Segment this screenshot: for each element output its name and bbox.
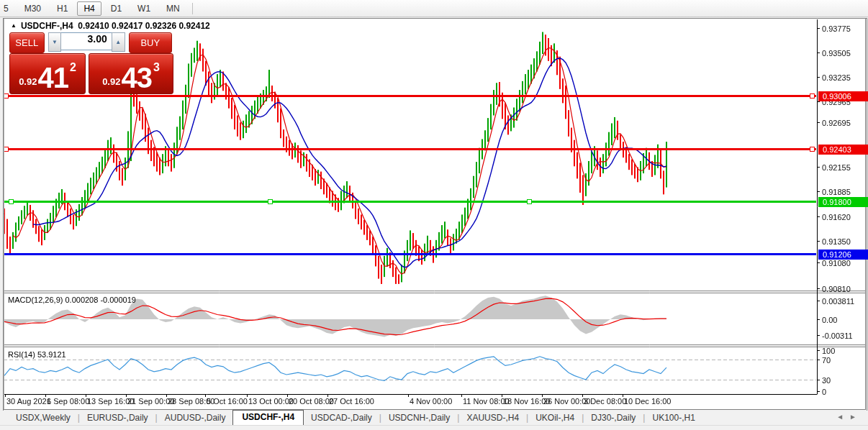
status-strip [0, 425, 868, 430]
timeframe-button-h4[interactable]: H4 [77, 1, 101, 16]
time-axis-label: 20 Oct 08:00 [289, 397, 334, 406]
timeframe-button-h1[interactable]: H1 [50, 1, 74, 16]
macd-indicator-label: MACD(12,26,9) 0.000208 -0.000019 [8, 296, 136, 304]
sell-button[interactable]: SELL [9, 32, 45, 53]
tab-scroll-left-icon[interactable]: ◄ [836, 413, 849, 421]
price-line-badge: 0.91206 [818, 250, 868, 260]
rsi-indicator-label: RSI(14) 53.9121 [8, 350, 66, 359]
rsi-axis-label: 100 [822, 347, 835, 355]
buy-price-sup: 3 [153, 61, 160, 74]
volume-input[interactable]: 3.00 [61, 32, 111, 50]
price-axis-label: 0.91885 [822, 188, 851, 196]
chart-tab-xauusd-h4[interactable]: XAUUSD-,H4 [459, 411, 526, 425]
timeframe-button-mn[interactable]: MN [160, 1, 186, 16]
macd-axis-label: 0.003811 [822, 297, 854, 306]
sell-price-button[interactable]: 0.92412 [9, 53, 86, 94]
chart-title: ▲USDCHF-,H4 0.92410 0.92417 0.92326 0.92… [11, 21, 210, 31]
timeframe-toolbar: 5M30H1H4D1W1MN [0, 0, 868, 17]
chart-ohlc-values: 0.92410 0.92417 0.92326 0.92412 [78, 21, 210, 31]
rsi-axis-label: 0 [822, 388, 826, 396]
buy-price-small: 0.92 [102, 76, 120, 87]
price-line-badge: 0.93006 [818, 91, 868, 101]
sell-price-big: 41 [37, 64, 68, 91]
trade-controls-row: SELL ▼ 3.00 ▲ BUY [9, 32, 172, 52]
chart-tab-usdcnh-daily[interactable]: USDCNH-,Daily [381, 411, 457, 425]
timeframe-button-m30[interactable]: M30 [18, 1, 48, 16]
chart-tab-uk100-h1[interactable]: UK100-,H1 [645, 411, 702, 425]
chart-tab-usdchf-h4[interactable]: USDCHF-,H4 [232, 410, 304, 425]
price-axis-label: 0.90810 [822, 285, 851, 293]
tab-scroll-arrows: ◄► [836, 413, 862, 421]
time-axis-label: 6 Sep 08:00 [47, 397, 89, 406]
price-axis-label: 0.92695 [822, 119, 851, 127]
toolbar-separator [192, 3, 193, 14]
chart-tab-usdx-weekly[interactable]: USDX,Weekly [9, 411, 78, 425]
time-axis-label: 27 Oct 16:00 [329, 397, 374, 406]
time-axis-label: 30 Aug 2021 [6, 397, 51, 406]
chart-tab-ukoil-h4[interactable]: UKOil-,H4 [528, 411, 582, 425]
volume-decrease-button[interactable]: ▼ [48, 32, 62, 52]
price-axis-label: 0.93235 [822, 73, 851, 82]
timeframe-button-5[interactable]: 5 [0, 1, 15, 16]
chart-window: ▲USDCHF-,H4 0.92410 0.92417 0.92326 0.92… [3, 18, 867, 411]
time-axis-label: 13 Oct 00:00 [248, 397, 294, 406]
timeframe-button-w1[interactable]: W1 [131, 1, 157, 16]
price-axis-label: 0.93775 [822, 24, 851, 33]
sell-price-sup: 2 [70, 61, 76, 74]
price-axis-label: 0.91080 [822, 259, 851, 267]
chart-tab-audusd-daily[interactable]: AUDUSD-,Daily [158, 411, 233, 425]
rsi-axis-label: 70 [822, 356, 831, 365]
price-axis-label: 0.93505 [822, 49, 851, 58]
time-axis-label: 10 Dec 16:00 [624, 397, 671, 406]
collapse-arrow-icon[interactable]: ▲ [11, 22, 17, 29]
timeframe-button-d1[interactable]: D1 [104, 1, 128, 16]
time-axis-label: 3 Dec 08:00 [584, 397, 626, 406]
price-axis-label: 0.91620 [822, 213, 851, 221]
chart-tab-dj30-daily[interactable]: DJ30-,Daily [584, 411, 643, 425]
time-axis-label: 4 Nov 00:00 [410, 397, 452, 406]
macd-axis-label: -0.00311 [822, 331, 853, 340]
time-axis-label: 5 Oct 16:00 [207, 397, 248, 406]
rsi-axis-label: 30 [822, 376, 831, 385]
macd-axis-label: 0.00 [822, 316, 837, 324]
sell-price-small: 0.92 [19, 76, 37, 87]
price-axis-label: 0.91350 [822, 237, 851, 246]
tab-scroll-right-icon[interactable]: ► [849, 413, 862, 421]
chart-tab-usdcad-daily[interactable]: USDCAD-,Daily [304, 411, 379, 425]
buy-button[interactable]: BUY [129, 32, 172, 53]
chart-tab-eurusd-daily[interactable]: EURUSD-,Daily [80, 411, 155, 425]
price-line-badge: 0.91800 [818, 197, 868, 207]
chart-tab-bar: USDX,Weekly|EURUSD-,Daily|AUDUSD-,DailyU… [0, 411, 868, 425]
buy-price-button[interactable]: 0.92433 [89, 53, 173, 94]
time-axis-label: 11 Nov 08:00 [463, 397, 510, 406]
price-line-badge: 0.92403 [818, 145, 868, 155]
terminal-root: 5M30H1H4D1W1MN ▲USDCHF-,H4 0.92410 0.924… [0, 0, 868, 430]
one-click-trading-panel: SELL ▼ 3.00 ▲ BUY 0.92412 0.92433 [9, 32, 172, 91]
buy-price-big: 43 [121, 64, 152, 91]
volume-increase-button[interactable]: ▲ [112, 32, 125, 52]
chart-symbol-period: USDCHF-,H4 [21, 21, 73, 31]
price-axis-label: 0.92155 [822, 163, 851, 172]
